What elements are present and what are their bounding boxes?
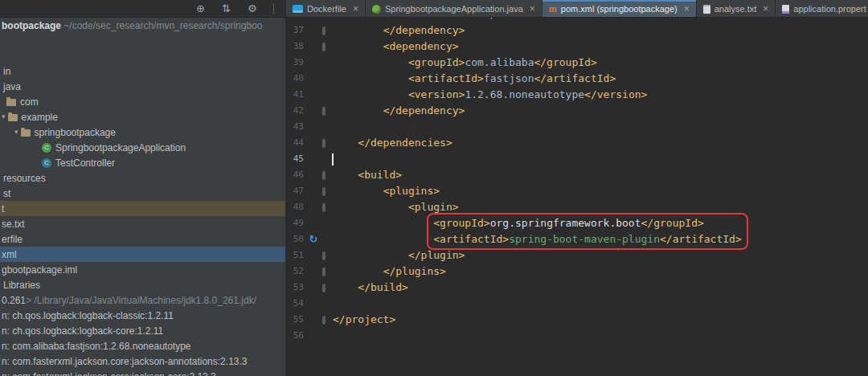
code-line-46[interactable]: <build> [333, 167, 402, 183]
tree-item-example[interactable]: ▾example [0, 109, 285, 125]
top-bar: ⊕⇅⚙ Dockerfile×SpringbootpackageApplicat… [0, 0, 868, 18]
tree-item-springbootpackage[interactable]: ▾springbootpackage [0, 125, 285, 140]
gutter-change-marker[interactable] [322, 316, 326, 325]
project-root-path: ~/code/sec_research/mvn_research/springb… [61, 20, 262, 31]
code-line-38[interactable]: <dependency> [333, 39, 459, 55]
tree-item-n-com-alibaba-fastjson-1-2-68-noneautoty[interactable]: n: com.alibaba:fastjson:1.2.68.noneautot… [0, 338, 285, 354]
tab-analyse-txt[interactable]: analyse.txt× [697, 0, 776, 17]
tab-springbootpackageapplication-java[interactable]: SpringbootpackageApplication.java× [366, 0, 542, 17]
spring-icon [372, 5, 381, 14]
maven-icon: m [549, 4, 557, 14]
line-number: 37 [286, 22, 304, 39]
close-icon[interactable]: × [530, 4, 535, 14]
line-number: 41 [286, 87, 304, 103]
tree-item-java[interactable]: java [0, 79, 285, 94]
gutter-change-marker[interactable] [322, 268, 326, 276]
code-line-51[interactable]: </plugin> [333, 247, 465, 264]
tab-pom-xml-springbootpackage[interactable]: mpom.xml (springbootpackage)× [542, 0, 697, 17]
tree-item-gbootpackage-iml[interactable]: gbootpackage.iml [0, 262, 285, 277]
tree-item-label: com [20, 96, 39, 108]
close-icon[interactable]: × [763, 4, 768, 14]
project-root[interactable]: bootpackage ~/code/sec_research/mvn_rese… [2, 20, 263, 31]
tree-item-in[interactable]: in [0, 63, 285, 79]
line-number: 40 [286, 71, 304, 87]
code-line-42[interactable]: </dependency> [333, 103, 465, 119]
tree-item-label: n: ch.qos.logback:logback-core:1.2.11 [2, 325, 163, 337]
code-line-39[interactable]: <groupId>com.alibaba</groupId> [333, 55, 597, 71]
code-line-47[interactable]: <plugins> [333, 183, 440, 199]
line-number: 51 [286, 247, 304, 264]
line-number: 44 [286, 135, 304, 151]
gutter-change-marker[interactable] [322, 203, 326, 212]
line-number: 56 [286, 328, 304, 344]
code-line-41[interactable]: <version>1.2.68.noneautotype</version> [333, 87, 647, 103]
gutter-change-marker[interactable] [322, 187, 326, 196]
code-editor[interactable]: 36 <version>1.0</version>37 </dependency… [286, 0, 868, 376]
code-line-44[interactable]: </dependencies> [333, 135, 452, 151]
tree-item-label: SpringbootpackageApplication [55, 142, 186, 153]
scroll-from-source-icon[interactable]: ⇅ [222, 2, 231, 15]
gutter-change-marker[interactable] [322, 139, 326, 148]
chevron-down-icon[interactable]: ▾ [2, 113, 6, 121]
gutter-change-marker[interactable] [322, 251, 326, 260]
tree-item-testcontroller[interactable]: CTestController [0, 155, 285, 170]
maven-reload-icon[interactable]: ↻ [307, 231, 320, 247]
tree-item-path: > /Library/Java/JavaVirtualMachines/jdk1… [26, 295, 256, 306]
ide-window: bootpackage ~/code/sec_research/mvn_rese… [0, 0, 868, 376]
close-icon[interactable]: × [353, 4, 358, 14]
line-number: 49 [286, 215, 304, 231]
tree-item-n-ch-qos-logback-logback-core-1-2-11[interactable]: n: ch.qos.logback:logback-core:1.2.11 [0, 323, 285, 338]
code-line-37[interactable]: </dependency> [333, 22, 465, 39]
tab-label: pom.xml (springbootpackage) [561, 4, 678, 14]
gutter-change-marker[interactable] [322, 43, 326, 51]
tree-item-label: n: com.alibaba:fastjson:1.2.68.noneautot… [2, 341, 191, 352]
tree-item-0-261[interactable]: 0.261 > /Library/Java/JavaVirtualMachine… [0, 292, 285, 308]
tree-item-se-txt[interactable]: se.txt [0, 216, 285, 231]
line-number: 55 [286, 312, 304, 328]
tab-application-propert[interactable]: application.propert× [776, 0, 868, 17]
tree-item-n-com-fasterxml-jackson-core-jackson-ann[interactable]: n: com.fasterxml.jackson.core:jackson-an… [0, 354, 285, 369]
project-tree-panel[interactable]: bootpackage ~/code/sec_research/mvn_rese… [0, 18, 286, 376]
tree-item-label: java [3, 81, 21, 92]
line-number: 45 [286, 151, 304, 167]
project-root-name: bootpackage [2, 20, 61, 31]
code-line-52[interactable]: </plugins> [333, 264, 446, 280]
tree-item-springbootpackageapplication[interactable]: CSpringbootpackageApplication [0, 140, 285, 155]
gutter-change-marker[interactable] [322, 27, 326, 35]
class-icon: C [42, 158, 51, 168]
settings-gear-icon[interactable]: ⚙ [248, 2, 257, 15]
class-icon: C [42, 143, 51, 153]
tree-item-label: 0.261 [2, 295, 26, 306]
project-toolbar: ⊕⇅⚙ [0, 0, 286, 17]
chevron-down-icon[interactable]: ▾ [14, 129, 18, 136]
code-line-53[interactable]: </build> [333, 280, 408, 296]
folder-icon [8, 114, 18, 121]
editor-tab-bar: Dockerfile×SpringbootpackageApplication.… [286, 0, 868, 17]
tab-label: analyse.txt [714, 4, 757, 14]
tab-dockerfile[interactable]: Dockerfile× [286, 0, 366, 17]
tree-item-st[interactable]: st [0, 186, 285, 201]
text-caret [332, 153, 334, 166]
tab-label: Dockerfile [307, 4, 346, 14]
gutter-change-marker[interactable] [322, 171, 326, 180]
tree-item-libraries[interactable]: Libraries [0, 277, 285, 292]
tree-item-label: n: ch.qos.logback:logback-classic:1.2.11 [2, 310, 174, 321]
code-line-55[interactable]: </project> [333, 312, 395, 328]
tree-item-com[interactable]: com [0, 94, 285, 109]
close-icon[interactable]: × [684, 4, 690, 14]
code-line-40[interactable]: <artifactId>fastjson</artifactId> [333, 71, 616, 87]
tree-item-n-com-fasterxml-jackson-core-jackson-cor[interactable]: n: com.fasterxml.jackson.core:jackson-co… [0, 369, 285, 376]
tree-item-t[interactable]: t [0, 201, 285, 216]
gutter-change-marker[interactable] [322, 107, 326, 116]
tree-item-resources[interactable]: resources [0, 170, 285, 186]
tree-item-n-ch-qos-logback-logback-classic-1-2-11[interactable]: n: ch.qos.logback:logback-classic:1.2.11 [0, 308, 285, 323]
line-number: 48 [286, 199, 304, 215]
tree-item-xml[interactable]: xml [0, 247, 285, 262]
tree-item-erfile[interactable]: erfile [0, 231, 285, 247]
tree-item-label: xml [2, 249, 17, 260]
tree-item-label: springbootpackage [35, 127, 116, 138]
gutter-change-marker[interactable] [322, 284, 326, 292]
globe-icon[interactable]: ⊕ [196, 2, 205, 15]
tree-item-label: n: com.fasterxml.jackson.core:jackson-co… [2, 371, 216, 376]
properties-icon [782, 5, 789, 14]
